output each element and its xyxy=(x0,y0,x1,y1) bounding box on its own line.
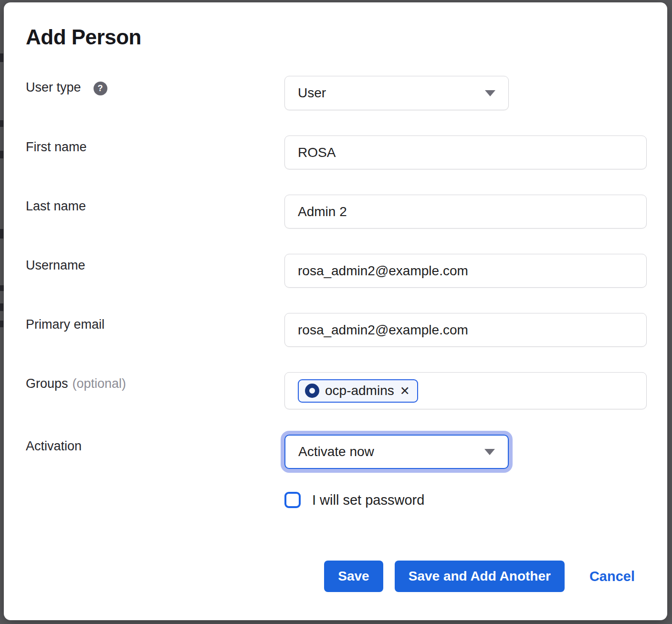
background-sidebar-fragment xyxy=(0,229,3,239)
primary-email-field[interactable] xyxy=(284,313,647,347)
background-sidebar-fragment xyxy=(0,151,3,158)
user-type-label-group: User type ? xyxy=(26,76,284,110)
background-sidebar-fragment xyxy=(0,120,3,127)
groups-label: Groups xyxy=(26,376,68,391)
groups-field[interactable]: ocp-admins ✕ xyxy=(284,372,647,409)
set-password-label: I will set password xyxy=(312,492,424,508)
primary-email-label: Primary email xyxy=(26,317,105,332)
set-password-row: I will set password xyxy=(284,492,647,508)
group-chip-ocp-admins[interactable]: ocp-admins ✕ xyxy=(298,379,418,403)
okta-group-ring-icon xyxy=(305,384,319,398)
user-type-label: User type xyxy=(26,80,81,95)
user-type-select[interactable]: User xyxy=(284,76,509,110)
question-mark-icon[interactable]: ? xyxy=(94,82,107,95)
user-type-row: User type ? User xyxy=(26,76,647,110)
chevron-down-icon xyxy=(484,449,495,455)
groups-row: Groups (optional) ocp-admins ✕ xyxy=(26,372,647,409)
first-name-row: First name xyxy=(26,135,647,169)
first-name-field[interactable] xyxy=(284,135,647,169)
activation-label: Activation xyxy=(26,439,82,454)
background-sidebar-fragment xyxy=(0,285,4,291)
groups-label-group: Groups (optional) xyxy=(26,372,284,409)
group-chip-label: ocp-admins xyxy=(325,383,394,398)
groups-optional-label: (optional) xyxy=(73,376,126,391)
last-name-label: Last name xyxy=(26,199,86,214)
last-name-field[interactable] xyxy=(284,195,647,229)
username-row: Username xyxy=(26,254,647,288)
cancel-button[interactable]: Cancel xyxy=(589,569,635,584)
save-and-add-another-button[interactable]: Save and Add Another xyxy=(395,561,565,592)
first-name-label: First name xyxy=(26,140,87,155)
primary-email-row: Primary email xyxy=(26,313,647,347)
dialog-actions: Save Save and Add Another Cancel xyxy=(26,561,635,592)
set-password-checkbox[interactable] xyxy=(284,492,301,508)
add-person-dialog: Add Person User type ? User First name L… xyxy=(4,2,667,620)
chevron-down-icon xyxy=(485,90,495,96)
user-type-select-value: User xyxy=(298,85,326,101)
background-sidebar-fragment xyxy=(0,303,3,311)
username-field[interactable] xyxy=(284,254,647,288)
save-button[interactable]: Save xyxy=(324,561,383,592)
username-label: Username xyxy=(26,258,85,273)
remove-chip-icon[interactable]: ✕ xyxy=(400,385,410,397)
activation-select[interactable]: Activate now xyxy=(284,435,509,469)
dialog-title: Add Person xyxy=(26,25,647,49)
background-sidebar-fragment xyxy=(0,53,3,62)
activation-row: Activation Activate now xyxy=(26,435,647,469)
activation-select-value: Activate now xyxy=(298,444,374,459)
last-name-row: Last name xyxy=(26,195,647,229)
background-sidebar-fragment xyxy=(0,321,3,327)
